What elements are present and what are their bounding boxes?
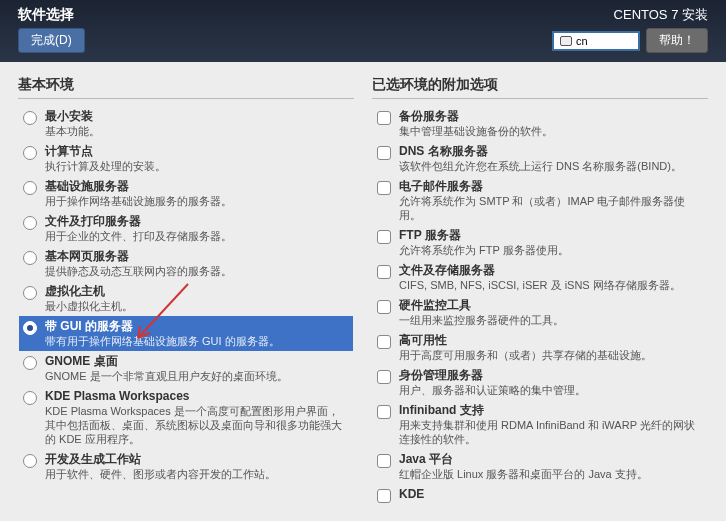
item-desc: 集中管理基础设施备份的软件。	[399, 124, 703, 138]
checkbox[interactable]	[377, 300, 391, 314]
item-desc: 执行计算及处理的安装。	[45, 159, 349, 173]
item-label: 身份管理服务器	[399, 368, 703, 383]
item-label: 电子邮件服务器	[399, 179, 703, 194]
addon-item[interactable]: 备份服务器集中管理基础设施备份的软件。	[373, 106, 707, 141]
checkbox[interactable]	[377, 230, 391, 244]
item-desc: 用于软件、硬件、图形或者内容开发的工作站。	[45, 467, 349, 481]
item-desc: 允许将系统作为 FTP 服务器使用。	[399, 243, 703, 257]
item-desc: GNOME 是一个非常直观且用户友好的桌面环境。	[45, 369, 349, 383]
item-label: DNS 名称服务器	[399, 144, 703, 159]
item-label: GNOME 桌面	[45, 354, 349, 369]
item-desc: 用于企业的文件、打印及存储服务器。	[45, 229, 349, 243]
addon-item[interactable]: 电子邮件服务器允许将系统作为 SMTP 和（或者）IMAP 电子邮件服务器使用。	[373, 176, 707, 225]
done-button[interactable]: 完成(D)	[18, 28, 85, 53]
addon-item[interactable]: DNS 名称服务器该软件包组允许您在系统上运行 DNS 名称服务器(BIND)。	[373, 141, 707, 176]
addons-column: 已选环境的附加选项 备份服务器集中管理基础设施备份的软件。DNS 名称服务器该软…	[372, 76, 708, 511]
item-desc: 带有用于操作网络基础设施服务 GUI 的服务器。	[45, 334, 349, 348]
base-env-heading: 基本环境	[18, 76, 354, 94]
item-label: 基本网页服务器	[45, 249, 349, 264]
item-label: FTP 服务器	[399, 228, 703, 243]
install-label: CENTOS 7 安装	[552, 6, 708, 24]
item-desc: 提供静态及动态互联网内容的服务器。	[45, 264, 349, 278]
checkbox[interactable]	[377, 405, 391, 419]
item-desc: 用户、服务器和认证策略的集中管理。	[399, 383, 703, 397]
item-label: 虚拟化主机	[45, 284, 349, 299]
radio-button[interactable]	[23, 454, 37, 468]
lang-text: cn	[576, 35, 588, 47]
item-label: KDE Plasma Workspaces	[45, 389, 349, 404]
base-env-list: 最小安装基本功能。计算节点执行计算及处理的安装。基础设施服务器用于操作网络基础设…	[18, 105, 354, 511]
item-desc: 红帽企业版 Linux 服务器和桌面平台的 Java 支持。	[399, 467, 703, 481]
item-desc: 最小虚拟化主机。	[45, 299, 349, 313]
checkbox[interactable]	[377, 454, 391, 468]
addons-heading: 已选环境的附加选项	[372, 76, 708, 94]
radio-button[interactable]	[23, 251, 37, 265]
base-environment-column: 基本环境 最小安装基本功能。计算节点执行计算及处理的安装。基础设施服务器用于操作…	[18, 76, 354, 511]
item-label: Infiniband 支持	[399, 403, 703, 418]
radio-dot-icon	[27, 325, 33, 331]
item-label: 文件及存储服务器	[399, 263, 703, 278]
radio-button[interactable]	[23, 321, 37, 335]
base-env-item[interactable]: GNOME 桌面GNOME 是一个非常直观且用户友好的桌面环境。	[19, 351, 353, 386]
item-label: Java 平台	[399, 452, 703, 467]
keyboard-layout-selector[interactable]: cn	[552, 31, 640, 51]
divider	[372, 98, 708, 99]
addon-item[interactable]: KDE	[373, 484, 707, 506]
item-desc: 用于高度可用服务和（或者）共享存储的基础设施。	[399, 348, 703, 362]
item-label: 开发及生成工作站	[45, 452, 349, 467]
item-desc: 一组用来监控服务器硬件的工具。	[399, 313, 703, 327]
keyboard-icon	[560, 36, 572, 46]
addon-item[interactable]: 高可用性用于高度可用服务和（或者）共享存储的基础设施。	[373, 330, 707, 365]
base-env-item[interactable]: 最小安装基本功能。	[19, 106, 353, 141]
checkbox[interactable]	[377, 265, 391, 279]
base-env-item[interactable]: 虚拟化主机最小虚拟化主机。	[19, 281, 353, 316]
help-button[interactable]: 帮助！	[646, 28, 708, 53]
base-env-item[interactable]: 文件及打印服务器用于企业的文件、打印及存储服务器。	[19, 211, 353, 246]
checkbox[interactable]	[377, 370, 391, 384]
base-env-item[interactable]: KDE Plasma WorkspacesKDE Plasma Workspac…	[19, 386, 353, 449]
item-desc: 用于操作网络基础设施服务的服务器。	[45, 194, 349, 208]
addon-item[interactable]: 硬件监控工具一组用来监控服务器硬件的工具。	[373, 295, 707, 330]
item-label: 硬件监控工具	[399, 298, 703, 313]
base-env-item[interactable]: 带 GUI 的服务器带有用于操作网络基础设施服务 GUI 的服务器。	[19, 316, 353, 351]
checkbox[interactable]	[377, 111, 391, 125]
item-desc: 基本功能。	[45, 124, 349, 138]
item-label: 高可用性	[399, 333, 703, 348]
item-label: 基础设施服务器	[45, 179, 349, 194]
radio-button[interactable]	[23, 356, 37, 370]
item-desc: 用来支持集群和使用 RDMA InfiniBand 和 iWARP 光纤的网状连…	[399, 418, 703, 446]
item-label: 文件及打印服务器	[45, 214, 349, 229]
base-env-item[interactable]: 基本网页服务器提供静态及动态互联网内容的服务器。	[19, 246, 353, 281]
item-desc: 该软件包组允许您在系统上运行 DNS 名称服务器(BIND)。	[399, 159, 703, 173]
addon-item[interactable]: FTP 服务器允许将系统作为 FTP 服务器使用。	[373, 225, 707, 260]
radio-button[interactable]	[23, 216, 37, 230]
radio-button[interactable]	[23, 391, 37, 405]
base-env-item[interactable]: 计算节点执行计算及处理的安装。	[19, 141, 353, 176]
item-desc: CIFS, SMB, NFS, iSCSI, iSER 及 iSNS 网络存储服…	[399, 278, 703, 292]
item-label: KDE	[399, 487, 703, 502]
divider	[18, 98, 354, 99]
radio-button[interactable]	[23, 181, 37, 195]
checkbox[interactable]	[377, 489, 391, 503]
addon-item[interactable]: 文件及存储服务器CIFS, SMB, NFS, iSCSI, iSER 及 iS…	[373, 260, 707, 295]
item-desc: 允许将系统作为 SMTP 和（或者）IMAP 电子邮件服务器使用。	[399, 194, 703, 222]
addon-item[interactable]: Infiniband 支持用来支持集群和使用 RDMA InfiniBand 和…	[373, 400, 707, 449]
addon-item[interactable]: 身份管理服务器用户、服务器和认证策略的集中管理。	[373, 365, 707, 400]
addon-item[interactable]: Java 平台红帽企业版 Linux 服务器和桌面平台的 Java 支持。	[373, 449, 707, 484]
item-label: 带 GUI 的服务器	[45, 319, 349, 334]
item-desc: KDE Plasma Workspaces 是一个高度可配置图形用户界面，其中包…	[45, 404, 349, 446]
item-label: 计算节点	[45, 144, 349, 159]
addons-list: 备份服务器集中管理基础设施备份的软件。DNS 名称服务器该软件包组允许您在系统上…	[372, 105, 708, 511]
base-env-item[interactable]: 基础设施服务器用于操作网络基础设施服务的服务器。	[19, 176, 353, 211]
radio-button[interactable]	[23, 286, 37, 300]
checkbox[interactable]	[377, 181, 391, 195]
radio-button[interactable]	[23, 111, 37, 125]
item-label: 最小安装	[45, 109, 349, 124]
item-label: 备份服务器	[399, 109, 703, 124]
base-env-item[interactable]: 开发及生成工作站用于软件、硬件、图形或者内容开发的工作站。	[19, 449, 353, 484]
checkbox[interactable]	[377, 335, 391, 349]
checkbox[interactable]	[377, 146, 391, 160]
radio-button[interactable]	[23, 146, 37, 160]
